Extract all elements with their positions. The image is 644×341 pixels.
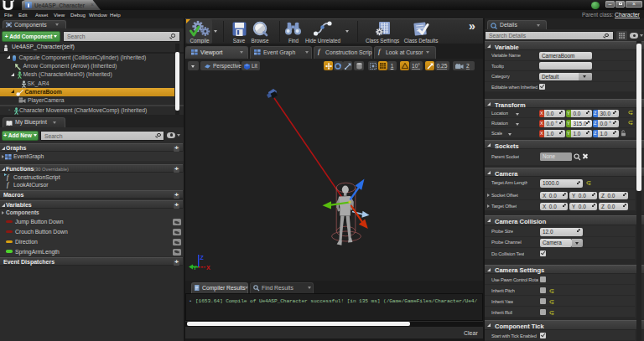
svg-text:X: X [206, 265, 210, 271]
svg-text:Y: Y [193, 265, 197, 271]
svg-text:Z: Z [200, 255, 205, 261]
